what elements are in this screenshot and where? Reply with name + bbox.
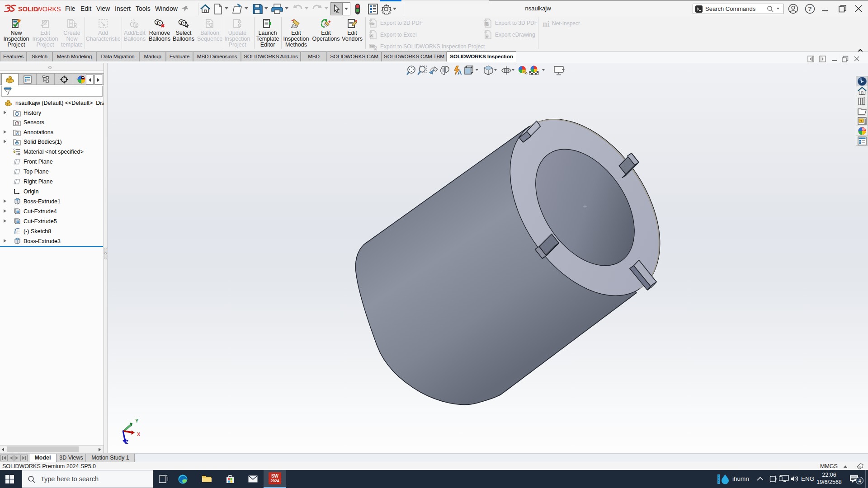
svg-text:SOLID: SOLID	[18, 5, 38, 13]
svg-text:2: 2	[211, 23, 212, 26]
svg-text:1: 1	[208, 21, 210, 24]
svg-text:PDF: PDF	[485, 24, 490, 26]
svg-text:A: A	[16, 131, 19, 136]
svg-text:1: 1	[183, 21, 185, 25]
svg-text:SW: SW	[370, 45, 375, 48]
svg-text:PDF: PDF	[370, 23, 375, 25]
svg-text:Z: Z	[125, 439, 128, 445]
svg-text:1: 1	[180, 20, 182, 24]
svg-text:e: e	[486, 35, 488, 38]
svg-text:1: 1	[156, 20, 158, 24]
svg-text:X: X	[137, 432, 141, 437]
svg-text:11: 11	[134, 24, 137, 27]
svg-text:Y: Y	[135, 418, 139, 423]
svg-text:?: ?	[808, 5, 811, 12]
svg-text:A: A	[458, 69, 462, 76]
svg-text:1: 1	[159, 21, 161, 25]
svg-text:WORKS: WORKS	[36, 5, 61, 13]
